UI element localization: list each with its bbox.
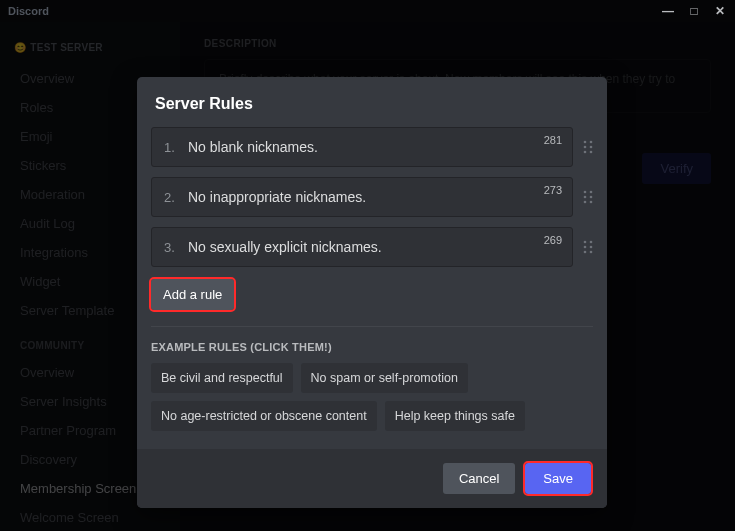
svg-point-4 (584, 151, 587, 154)
svg-point-6 (584, 191, 587, 194)
svg-point-3 (590, 146, 593, 149)
example-rules-section: EXAMPLE RULES (CLICK THEM!) Be civil and… (137, 327, 607, 449)
titlebar: Discord — □ ✕ (0, 0, 735, 22)
example-chip-age[interactable]: No age-restricted or obscene content (151, 401, 377, 431)
svg-point-15 (590, 246, 593, 249)
rule-row: 3. No sexually explicit nicknames. 269 (151, 227, 595, 267)
svg-point-7 (590, 191, 593, 194)
rules-list: 1. No blank nicknames. 281 2. No inappro… (137, 127, 607, 277)
svg-point-10 (584, 201, 587, 204)
svg-point-9 (590, 196, 593, 199)
example-chip-civil[interactable]: Be civil and respectful (151, 363, 293, 393)
rule-input[interactable]: 1. No blank nicknames. 281 (151, 127, 573, 167)
maximize-icon[interactable]: □ (687, 4, 701, 18)
char-count: 269 (544, 234, 562, 246)
svg-point-5 (590, 151, 593, 154)
save-button[interactable]: Save (525, 463, 591, 494)
server-rules-modal: Server Rules 1. No blank nicknames. 281 … (137, 77, 607, 508)
svg-point-16 (584, 251, 587, 254)
svg-point-17 (590, 251, 593, 254)
rule-row: 1. No blank nicknames. 281 (151, 127, 595, 167)
rule-row: 2. No inappropriate nicknames. 273 (151, 177, 595, 217)
svg-point-0 (584, 141, 587, 144)
minimize-icon[interactable]: — (661, 4, 675, 18)
svg-point-14 (584, 246, 587, 249)
example-rules-label: EXAMPLE RULES (CLICK THEM!) (151, 341, 593, 353)
svg-point-2 (584, 146, 587, 149)
svg-point-1 (590, 141, 593, 144)
svg-point-13 (590, 241, 593, 244)
close-icon[interactable]: ✕ (713, 4, 727, 18)
modal-footer: Cancel Save (137, 449, 607, 508)
modal-title: Server Rules (137, 77, 607, 127)
rule-number: 3. (164, 240, 178, 255)
rule-text: No inappropriate nicknames. (188, 189, 562, 205)
rule-number: 1. (164, 140, 178, 155)
rule-input[interactable]: 2. No inappropriate nicknames. 273 (151, 177, 573, 217)
svg-point-11 (590, 201, 593, 204)
example-chip-spam[interactable]: No spam or self-promotion (301, 363, 468, 393)
add-rule-button[interactable]: Add a rule (151, 279, 234, 310)
drag-handle-icon[interactable] (581, 127, 595, 167)
app-name: Discord (8, 5, 49, 17)
rule-number: 2. (164, 190, 178, 205)
svg-point-8 (584, 196, 587, 199)
rule-input[interactable]: 3. No sexually explicit nicknames. 269 (151, 227, 573, 267)
char-count: 281 (544, 134, 562, 146)
rule-text: No sexually explicit nicknames. (188, 239, 562, 255)
svg-point-12 (584, 241, 587, 244)
drag-handle-icon[interactable] (581, 227, 595, 267)
drag-handle-icon[interactable] (581, 177, 595, 217)
window-controls: — □ ✕ (661, 4, 727, 18)
rule-text: No blank nicknames. (188, 139, 562, 155)
example-chip-safe[interactable]: Help keep things safe (385, 401, 525, 431)
char-count: 273 (544, 184, 562, 196)
cancel-button[interactable]: Cancel (443, 463, 515, 494)
